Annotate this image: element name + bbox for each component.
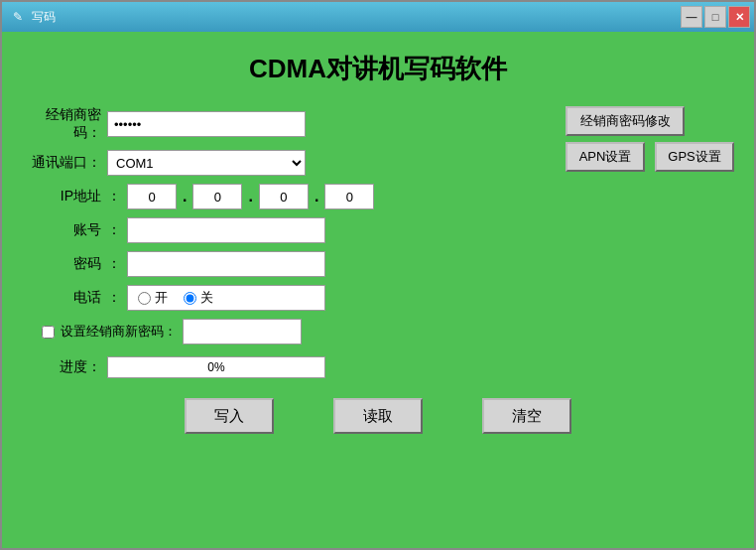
ip-octet-3[interactable] [259,184,309,209]
account-colon: ： [107,221,121,239]
gps-button[interactable]: GPS设置 [655,142,734,172]
maximize-button[interactable]: □ [704,6,726,28]
phone-colon: ： [107,289,121,307]
com-port-select[interactable]: COM1 COM2 COM3 COM4 [107,150,306,176]
phone-on-label: 开 [155,289,168,307]
form-wrapper: 经销商密码： 通讯端口： COM1 COM2 COM3 COM4 IP地址 [22,106,734,378]
account-input[interactable] [127,217,325,243]
ip-dot-2: . [248,188,252,206]
phone-off-label: 关 [200,289,213,307]
phone-radio-off-input[interactable] [184,292,196,305]
content-area: CDMA对讲机写码软件 经销商密码： 通讯端口： COM1 COM2 COM3 … [2,32,754,548]
window-title: 写码 [32,9,56,26]
password-colon: ： [107,255,121,273]
title-bar-buttons: — □ ✕ [681,6,750,28]
progress-row: 进度： 0% [22,356,734,378]
clear-button[interactable]: 清空 [482,398,571,434]
set-new-pwd-label: 设置经销商新密码： [61,323,177,341]
phone-radio-on-input[interactable] [138,292,151,305]
account-row: 账号 ： [22,217,734,243]
ip-octet-4[interactable] [324,184,374,209]
dealer-password-input[interactable] [107,111,306,137]
window-icon: ✎ [10,9,26,25]
bottom-buttons: 写入 读取 清空 [22,398,734,434]
main-window: ✎ 写码 — □ ✕ CDMA对讲机写码软件 经销商密码： 通讯端口： COM1 [0,0,756,550]
ip-label: IP地址 [22,188,101,206]
password-label: 密码 [22,255,101,273]
new-pwd-input[interactable] [183,319,302,344]
close-button[interactable]: ✕ [728,6,750,28]
progress-text: 0% [207,360,224,374]
dealer-password-label: 经销商密码： [22,106,101,142]
dealer-modify-button[interactable]: 经销商密码修改 [566,106,685,136]
phone-row: 电话 ： 开 关 [22,285,734,311]
apn-button[interactable]: APN设置 [566,142,645,172]
ip-dot-3: . [315,188,318,206]
phone-radio-off[interactable]: 关 [184,289,213,307]
minimize-button[interactable]: — [681,6,702,28]
apn-gps-row: APN设置 GPS设置 [566,142,734,172]
ip-octet-1[interactable] [127,184,177,209]
title-bar: ✎ 写码 — □ ✕ [2,2,754,32]
page-title: CDMA对讲机写码软件 [249,52,507,86]
progress-bar-container: 0% [107,356,325,378]
password-row: 密码 ： [22,251,734,277]
read-button[interactable]: 读取 [333,398,423,434]
phone-radio-group: 开 关 [127,285,325,311]
write-button[interactable]: 写入 [185,398,274,434]
ip-address-row: IP地址 ： . . . [22,184,734,209]
ip-octet-2[interactable] [192,184,242,209]
com-port-label: 通讯端口： [22,154,101,172]
side-buttons: 经销商密码修改 APN设置 GPS设置 [566,106,734,172]
progress-label: 进度： [22,358,101,376]
phone-label: 电话 [22,289,101,307]
ip-dot-1: . [183,188,187,206]
set-new-pwd-checkbox[interactable] [42,326,55,339]
password-input[interactable] [127,251,325,277]
set-new-pwd-row: 设置经销商新密码： [42,319,734,344]
phone-radio-on[interactable]: 开 [138,289,168,307]
ip-colon: ： [107,188,121,206]
account-label: 账号 [22,221,101,239]
